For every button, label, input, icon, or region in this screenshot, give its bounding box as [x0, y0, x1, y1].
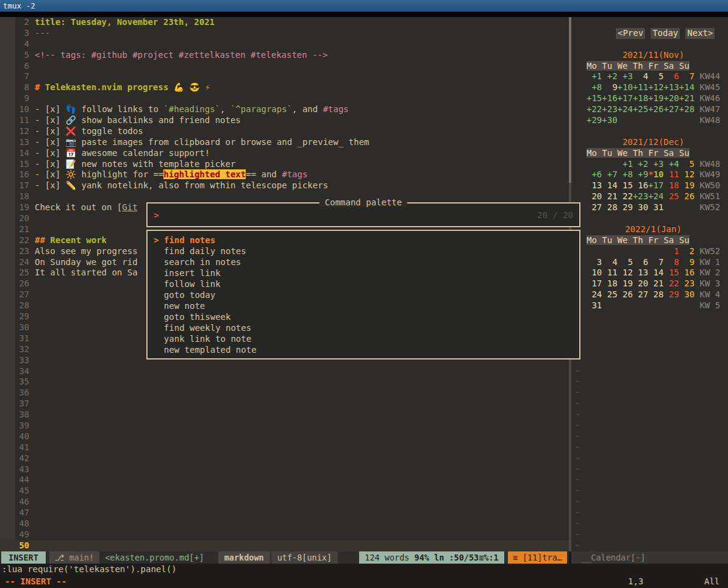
calendar-day[interactable]: +28 [679, 104, 694, 114]
calendar-day[interactable]: +18 [633, 93, 648, 103]
calendar-day[interactable]: 9 [602, 82, 617, 92]
calendar-day[interactable]: 15 [663, 267, 679, 277]
calendar-day[interactable]: 11 [663, 169, 679, 179]
calendar-day[interactable]: 20 [587, 191, 602, 201]
calendar-day[interactable]: +21 [679, 93, 694, 103]
calendar-day[interactable]: 30 [633, 202, 648, 212]
calendar-day[interactable]: 11 [602, 267, 617, 277]
calendar-day[interactable]: 19 [679, 180, 694, 190]
calendar-day[interactable]: 14 [602, 180, 617, 190]
palette-item[interactable]: goto thisweek [148, 311, 579, 322]
calendar-day[interactable]: 19 [618, 278, 633, 288]
calendar-today-button[interactable]: Today [651, 28, 680, 39]
calendar-day[interactable]: +1 [618, 159, 633, 169]
calendar-day[interactable]: 26 [618, 289, 633, 299]
calendar-day[interactable]: 10 [654, 169, 664, 179]
calendar-day[interactable]: +7 [602, 169, 617, 179]
calendar-day[interactable]: 5 [618, 257, 633, 267]
calendar-day[interactable]: +23 [633, 191, 648, 201]
calendar-day[interactable]: +8 [587, 82, 602, 92]
calendar-day[interactable]: +29 [587, 115, 602, 125]
palette-item[interactable]: search in notes [148, 257, 579, 267]
calendar-day[interactable]: +1 [587, 71, 602, 81]
calendar-day[interactable]: 5 [648, 71, 663, 81]
calendar-day[interactable]: +8 [618, 169, 633, 179]
calendar-day[interactable]: 20 [633, 278, 648, 288]
calendar-day[interactable]: +2 [602, 71, 617, 81]
calendar-day[interactable]: 22 [618, 191, 633, 201]
calendar-day[interactable]: +17 [618, 93, 633, 103]
calendar-day[interactable]: 31 [648, 202, 663, 212]
calendar-day[interactable]: +24 [618, 104, 633, 114]
palette-item[interactable]: > find notes [148, 235, 579, 246]
palette-item[interactable]: goto today [148, 289, 579, 300]
calendar-day[interactable]: 25 [602, 289, 617, 299]
calendar-day[interactable]: +10 [618, 82, 633, 92]
calendar-day[interactable]: 7 [679, 71, 694, 81]
calendar-day[interactable]: 4 [602, 257, 617, 267]
calendar-day[interactable]: 10 [587, 267, 602, 277]
calendar-day[interactable]: +3 [618, 71, 633, 81]
calendar-day[interactable]: 18 [602, 278, 617, 288]
note-link[interactable]: Git [122, 202, 137, 212]
calendar-day[interactable]: 29 [663, 289, 679, 299]
calendar-day[interactable]: 30 [679, 289, 694, 299]
calendar-day[interactable]: 14 [648, 267, 663, 277]
calendar-day[interactable]: +22 [587, 104, 602, 114]
palette-item[interactable]: find weekly notes [148, 322, 579, 333]
palette-item[interactable]: new templated note [148, 344, 579, 355]
calendar-day[interactable]: 4 [633, 71, 648, 81]
calendar-day[interactable]: 27 [633, 289, 648, 299]
calendar-day[interactable]: 2 [679, 246, 694, 256]
calendar-day[interactable]: +17 [648, 180, 663, 190]
calendar-day[interactable]: +20 [663, 93, 679, 103]
calendar-day[interactable]: 13 [587, 180, 602, 190]
calendar-day[interactable]: +19 [648, 93, 663, 103]
calendar-day[interactable]: +23 [602, 104, 617, 114]
calendar-day[interactable]: 31 [587, 300, 602, 310]
calendar-day[interactable]: 6 [663, 71, 679, 81]
calendar-day[interactable]: 15 [618, 180, 633, 190]
calendar-prev-button[interactable]: <Prev [616, 28, 645, 39]
calendar-day[interactable]: 1 [663, 246, 679, 256]
calendar-day[interactable]: 17 [587, 278, 602, 288]
calendar-day[interactable]: +6 [587, 169, 602, 179]
palette-item[interactable]: new note [148, 300, 579, 311]
calendar-day[interactable]: 9 [679, 257, 694, 267]
calendar-day[interactable]: 29 [618, 202, 633, 212]
calendar-day[interactable]: 7 [648, 257, 663, 267]
calendar-day[interactable]: +4 [663, 159, 679, 169]
calendar-day[interactable]: 27 [587, 202, 602, 212]
calendar-day[interactable]: 22 [663, 278, 679, 288]
calendar-day[interactable]: +3 [648, 159, 663, 169]
calendar-day[interactable]: +25 [633, 104, 648, 114]
calendar-day[interactable]: 5 [679, 159, 694, 169]
calendar-day[interactable]: 13 [633, 267, 648, 277]
calendar-day[interactable]: +12 [648, 82, 663, 92]
calendar-day[interactable]: 23 [679, 278, 694, 288]
calendar-day[interactable]: 16 [633, 180, 648, 190]
calendar-day[interactable]: +13 [663, 82, 679, 92]
calendar-next-button[interactable]: Next> [685, 28, 715, 39]
calendar-day[interactable]: +16 [602, 93, 617, 103]
calendar-day[interactable]: 18 [663, 180, 679, 190]
palette-item[interactable]: find daily notes [148, 246, 579, 257]
calendar-day[interactable]: +30 [602, 115, 617, 125]
calendar-day[interactable]: +2 [633, 159, 648, 169]
calendar-day[interactable]: 28 [648, 289, 663, 299]
calendar-day[interactable]: 6 [633, 257, 648, 267]
calendar-day[interactable]: +27 [663, 104, 679, 114]
calendar-day[interactable]: 28 [602, 202, 617, 212]
calendar-day[interactable]: +26 [648, 104, 663, 114]
calendar-day[interactable]: 12 [679, 169, 694, 179]
palette-prompt-box[interactable]: Command palette > 20 / 20 [146, 202, 580, 227]
calendar-day[interactable]: 8 [663, 257, 679, 267]
calendar-day[interactable]: 3 [587, 257, 602, 267]
calendar-day[interactable]: +14 [679, 82, 694, 92]
calendar-day[interactable]: 21 [602, 191, 617, 201]
calendar-day[interactable]: 16 [679, 267, 694, 277]
calendar-day[interactable]: +9 [633, 169, 648, 179]
calendar-day[interactable]: 12 [618, 267, 633, 277]
palette-item[interactable]: yank link to note [148, 333, 579, 344]
calendar-day[interactable]: 26 [679, 191, 694, 201]
